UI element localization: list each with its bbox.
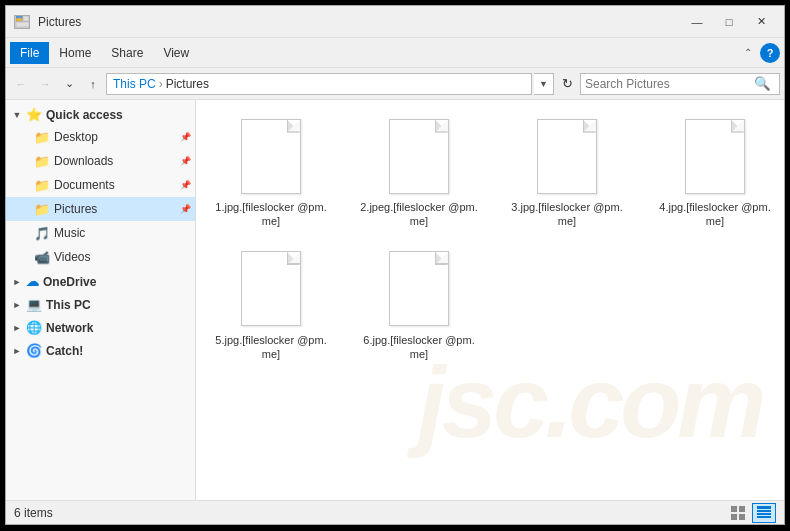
file-page-bg [241,119,301,194]
this-pc-toggle-icon: ► [10,298,24,312]
music-folder-icon: 🎵 [34,225,50,241]
sidebar-header-onedrive[interactable]: ► ☁ OneDrive [6,271,195,292]
menu-expand-icon[interactable]: ⌃ [740,47,756,58]
sidebar-item-pictures-label: Pictures [54,202,97,216]
status-bar: 6 items [6,500,784,524]
this-pc-label: This PC [46,298,91,312]
explorer-window: Pictures — □ ✕ File Home Share View ⌃ ? … [5,5,785,525]
svg-rect-5 [739,506,745,512]
quick-access-star-icon: ⭐ [26,107,42,122]
onedrive-label: OneDrive [43,275,96,289]
menu-home[interactable]: Home [49,42,101,64]
search-icon-button[interactable]: 🔍 [751,74,773,94]
large-icons-view-button[interactable] [726,503,750,523]
window-controls: — □ ✕ [682,12,776,32]
catch-label: Catch! [46,344,83,358]
refresh-button[interactable]: ↻ [556,73,578,95]
sidebar-item-downloads-label: Downloads [54,154,113,168]
file-name: 6.jpg.[fileslocker @pm.me] [360,333,478,362]
sidebar-header-network[interactable]: ► 🌐 Network [6,317,195,338]
sidebar-item-desktop[interactable]: 📁 Desktop 📌 [6,125,195,149]
list-item[interactable]: 6.jpg.[fileslocker @pm.me] [354,243,484,368]
sidebar-header-this-pc[interactable]: ► 💻 This PC [6,294,195,315]
sidebar: ▼ ⭐ Quick access 📁 Desktop 📌 📁 Downloads… [6,100,196,500]
breadcrumb-this-pc[interactable]: This PC [113,77,156,91]
svg-rect-9 [757,510,771,512]
catch-icon: 🌀 [26,343,42,358]
forward-button[interactable]: → [34,73,56,95]
details-view-button[interactable] [752,503,776,523]
sidebar-header-catch[interactable]: ► 🌀 Catch! [6,340,195,361]
sidebar-section-this-pc: ► 💻 This PC [6,294,195,315]
file-icon [680,116,750,196]
back-button[interactable]: ← [10,73,32,95]
downloads-pin-icon: 📌 [180,156,191,166]
menu-file[interactable]: File [10,42,49,64]
maximize-button[interactable]: □ [714,12,744,32]
catch-toggle-icon: ► [10,344,24,358]
svg-rect-4 [731,506,737,512]
sidebar-section-onedrive: ► ☁ OneDrive [6,271,195,292]
sidebar-item-videos-label: Videos [54,250,90,264]
main-area: ▼ ⭐ Quick access 📁 Desktop 📌 📁 Downloads… [6,100,784,500]
help-button[interactable]: ? [760,43,780,63]
list-item[interactable]: 4.jpg.[fileslocker @pm.me] [650,110,780,235]
pictures-folder-icon: 📁 [34,201,50,217]
file-name: 1.jpg.[fileslocker @pm.me] [212,200,330,229]
svg-rect-1 [16,16,22,18]
list-item[interactable]: 1.jpg.[fileslocker @pm.me] [206,110,336,235]
videos-folder-icon: 📹 [34,249,50,265]
sidebar-item-documents[interactable]: 📁 Documents 📌 [6,173,195,197]
sidebar-section-quick-access: ▼ ⭐ Quick access 📁 Desktop 📌 📁 Downloads… [6,104,195,269]
search-input[interactable] [581,77,751,91]
menu-bar: File Home Share View ⌃ ? [6,38,784,68]
list-item[interactable]: 3.jpg.[fileslocker @pm.me] [502,110,632,235]
menu-right: ⌃ ? [740,43,780,63]
file-icon [384,249,454,329]
sidebar-header-quick-access[interactable]: ▼ ⭐ Quick access [6,104,195,125]
downloads-folder-icon: 📁 [34,153,50,169]
documents-folder-icon: 📁 [34,177,50,193]
sidebar-item-music[interactable]: 🎵 Music [6,221,195,245]
sidebar-item-music-label: Music [54,226,85,240]
file-icon [532,116,602,196]
address-bar: ← → ⌄ ↑ This PC › Pictures ▼ ↻ 🔍 [6,68,784,100]
title-bar-icons [14,15,30,29]
window-icon [14,15,30,29]
close-button[interactable]: ✕ [746,12,776,32]
list-item[interactable]: 2.jpeg.[fileslocker @pm.me] [354,110,484,235]
file-area: jsc.com 1.jpg.[fileslocker @pm.me] [196,100,784,500]
file-page-bg [685,119,745,194]
file-page-fold [288,252,300,264]
svg-rect-6 [731,514,737,520]
minimize-button[interactable]: — [682,12,712,32]
svg-rect-7 [739,514,745,520]
sidebar-item-videos[interactable]: 📹 Videos [6,245,195,269]
svg-rect-8 [757,506,771,509]
documents-pin-icon: 📌 [180,180,191,190]
onedrive-toggle-icon: ► [10,275,24,289]
window-title: Pictures [38,15,682,29]
sidebar-item-downloads[interactable]: 📁 Downloads 📌 [6,149,195,173]
menu-share[interactable]: Share [101,42,153,64]
title-bar: Pictures — □ ✕ [6,6,784,38]
sidebar-section-network: ► 🌐 Network [6,317,195,338]
network-toggle-icon: ► [10,321,24,335]
menu-view[interactable]: View [153,42,199,64]
list-item[interactable]: 5.jpg.[fileslocker @pm.me] [206,243,336,368]
onedrive-cloud-icon: ☁ [26,274,39,289]
file-icon [236,249,306,329]
file-name: 5.jpg.[fileslocker @pm.me] [212,333,330,362]
sidebar-item-documents-label: Documents [54,178,115,192]
file-name: 4.jpg.[fileslocker @pm.me] [656,200,774,229]
breadcrumb-sep: › [159,77,163,91]
pictures-pin-icon: 📌 [180,204,191,214]
sidebar-item-pictures[interactable]: 📁 Pictures 📌 [6,197,195,221]
address-dropdown-button[interactable]: ▼ [534,73,554,95]
recent-locations-button[interactable]: ⌄ [58,73,80,95]
file-page-bg [537,119,597,194]
items-count: 6 items [14,506,53,520]
file-grid: 1.jpg.[fileslocker @pm.me] 2.jpeg.[files… [206,110,774,367]
view-toggle-buttons [726,503,776,523]
up-button[interactable]: ↑ [82,73,104,95]
